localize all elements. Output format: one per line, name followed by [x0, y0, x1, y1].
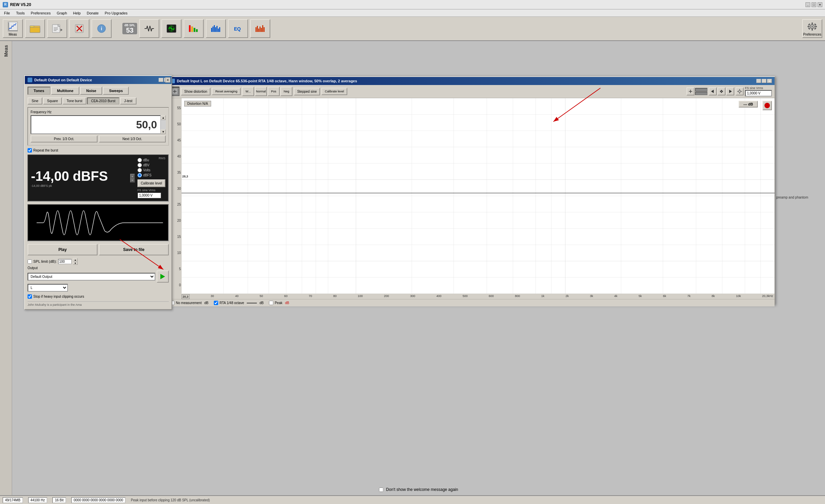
waveform-display: [28, 204, 169, 241]
rta-pos-btn[interactable]: Pos: [268, 87, 280, 96]
welcome-checkbox[interactable]: [379, 488, 383, 492]
level-scrollbar[interactable]: ▲ ▼: [130, 174, 135, 182]
menu-graph[interactable]: Graph: [54, 10, 70, 16]
meas-sidebar-label: Meas: [2, 42, 10, 59]
calibrate-btn[interactable]: Calibrate level: [138, 179, 165, 187]
stepped-sine-btn[interactable]: Stepped sine: [294, 88, 320, 95]
legend-rta-check[interactable]: [214, 301, 218, 305]
generator-button[interactable]: [139, 19, 159, 38]
rta-neg-btn[interactable]: Neg: [280, 87, 292, 96]
prev-oct-btn[interactable]: Prev. 1/3 Oct.: [31, 135, 97, 142]
peak-info-status: Peak input before clipping 120 dB SPL (u…: [131, 498, 210, 502]
channel-select[interactable]: L: [28, 284, 68, 292]
x-5k: 5k: [639, 294, 642, 299]
rta-minimize-btn[interactable]: _: [756, 79, 761, 83]
rta-fs-input[interactable]: [745, 90, 772, 96]
play-green-btn[interactable]: [157, 270, 169, 283]
levels-icon: [188, 23, 199, 34]
level-scroll-up[interactable]: ▲: [130, 174, 134, 178]
scope-button[interactable]: [161, 19, 182, 38]
stop-clipping-checkbox[interactable]: [28, 294, 32, 299]
rta-close-btn[interactable]: ×: [767, 79, 772, 83]
minimize-btn[interactable]: _: [806, 2, 810, 7]
info-icon: i: [96, 23, 107, 34]
menu-tools[interactable]: Tools: [13, 10, 28, 16]
delete-button[interactable]: [69, 19, 89, 38]
next-oct-btn[interactable]: Next 1/3 Oct.: [99, 135, 166, 142]
tab-multitone[interactable]: Multitone: [51, 87, 80, 95]
freq-label: Frequency Hz: [31, 110, 166, 114]
menu-donate[interactable]: Donate: [84, 10, 101, 16]
radio-volts: Volts: [138, 168, 165, 172]
rta-small-btns: W... Normal Pos Neg: [242, 87, 292, 96]
level-scroll-down[interactable]: ▼: [130, 178, 134, 182]
output-dialog-close-x[interactable]: ×: [165, 77, 170, 83]
subtab-jtest[interactable]: J-test: [120, 97, 136, 104]
menu-pro[interactable]: Pro Upgrades: [102, 10, 130, 16]
preferences-button[interactable]: Preferences: [802, 19, 822, 38]
chart-inner: 55 50 45 40 35 30 25 20 15 10 5 0: [167, 98, 775, 294]
welcome-label: Don't show the welcome message again: [386, 487, 458, 492]
menu-help[interactable]: Help: [70, 10, 83, 16]
radio-volts-input[interactable]: [138, 168, 142, 172]
maximize-btn[interactable]: □: [812, 2, 816, 7]
spl-up-btn[interactable]: ▲: [73, 258, 78, 261]
red-dot-btn[interactable]: [762, 101, 772, 110]
scroll-right-btn[interactable]: [726, 87, 734, 95]
fs-input[interactable]: [138, 193, 161, 198]
show-distortion-btn[interactable]: Show distortion: [181, 88, 210, 95]
freq-scroll-down[interactable]: ▼: [161, 129, 166, 134]
subtab-tone-burst[interactable]: Tone burst: [63, 97, 86, 104]
play-btn[interactable]: Play: [28, 244, 97, 255]
settings-btn[interactable]: [736, 87, 744, 95]
freq-scroll-up[interactable]: ▲: [161, 115, 166, 120]
rta-button[interactable]: [206, 19, 226, 38]
svg-rect-37: [264, 27, 265, 32]
x-300: 300: [410, 294, 415, 299]
move-btn[interactable]: [717, 87, 725, 95]
radio-dbfs-input[interactable]: [138, 173, 142, 177]
close-btn[interactable]: ×: [818, 2, 822, 7]
tab-sweeps[interactable]: Sweeps: [103, 87, 129, 95]
save-button[interactable]: [25, 19, 45, 38]
repeat-burst-checkbox[interactable]: [28, 148, 32, 153]
legend-peak-check[interactable]: [269, 301, 273, 305]
x-40: 40: [235, 294, 238, 299]
import-button[interactable]: [47, 19, 67, 38]
x-6k: 6k: [663, 294, 666, 299]
eq-button[interactable]: EQ: [228, 19, 248, 38]
menu-preferences[interactable]: Preferences: [28, 10, 53, 16]
rta-normal-btn[interactable]: Normal: [255, 87, 267, 96]
rta-maximize-btn[interactable]: □: [762, 79, 767, 83]
tab-noise[interactable]: Noise: [80, 87, 102, 95]
subtab-cea[interactable]: CEA-2010 Burst: [87, 97, 119, 104]
waveform-svg: [28, 205, 168, 241]
reset-averaging-btn[interactable]: Reset averaging: [212, 88, 241, 95]
freq-scrollbar[interactable]: ▲ ▼: [160, 115, 166, 134]
info-button[interactable]: i: [91, 19, 112, 38]
rta-folder-btn[interactable]: W...: [242, 87, 254, 96]
radio-dbu-input[interactable]: [138, 158, 142, 162]
calibrate-level-btn[interactable]: Calibrate level: [321, 88, 347, 95]
spl-down-btn[interactable]: ▼: [73, 261, 78, 265]
dialog-minimize[interactable]: _: [159, 78, 163, 82]
room-sim-button[interactable]: [250, 19, 270, 38]
zoom-h-btn[interactable]: [686, 87, 695, 95]
freq-nav-buttons: Prev. 1/3 Oct. Next 1/3 Oct.: [31, 135, 166, 142]
menu-file[interactable]: File: [1, 10, 13, 16]
meas-sidebar[interactable]: Meas: [0, 41, 12, 504]
scroll-left-btn[interactable]: [709, 87, 717, 95]
levels-button[interactable]: [184, 19, 204, 38]
save-to-file-btn[interactable]: Save to file: [99, 244, 169, 255]
subtab-square[interactable]: Square: [43, 97, 62, 104]
svg-rect-47: [814, 27, 816, 30]
spl-limit-input[interactable]: [58, 259, 72, 264]
subtab-sine[interactable]: Sine: [28, 97, 42, 104]
meas-button[interactable]: Meas: [3, 19, 23, 38]
tab-tones[interactable]: Tones: [28, 87, 50, 95]
output-select[interactable]: Default Output: [28, 273, 155, 281]
radio-dbv-input[interactable]: [138, 163, 142, 167]
grid-svg: [182, 98, 775, 294]
spl-limit-checkbox[interactable]: [28, 259, 32, 264]
svg-rect-19: [189, 25, 191, 32]
